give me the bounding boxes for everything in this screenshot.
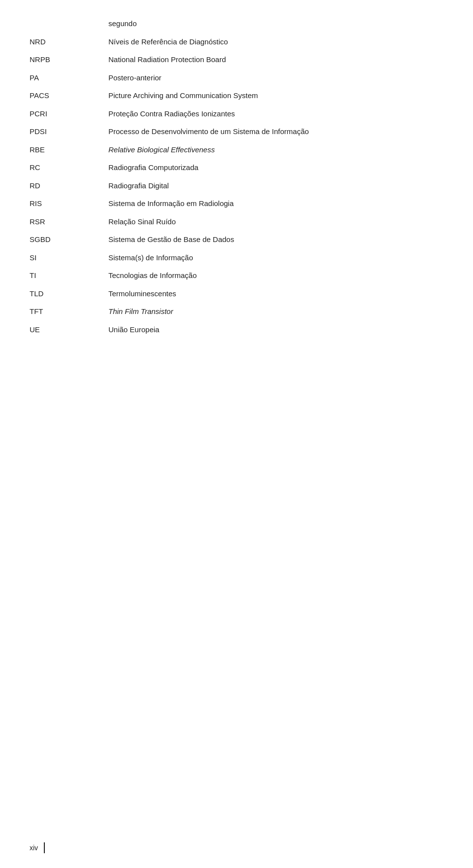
abbreviation-definition: Proteção Contra Radiações Ionizantes bbox=[108, 105, 443, 123]
list-item: PAPostero-anterior bbox=[30, 69, 443, 87]
list-item: RBERelative Biological Effectiveness bbox=[30, 141, 443, 159]
abbreviation-definition: National Radiation Protection Board bbox=[108, 51, 443, 69]
abbreviation-definition: Termoluminescentes bbox=[108, 285, 443, 303]
abbreviation-code: RIS bbox=[30, 195, 108, 213]
abbreviation-code: NRD bbox=[30, 33, 108, 51]
abbreviation-definition: Tecnologias de Informação bbox=[108, 267, 443, 285]
abbreviation-code: NRPB bbox=[30, 51, 108, 69]
list-item: NRDNíveis de Referência de Diagnóstico bbox=[30, 33, 443, 51]
abbreviation-code: TLD bbox=[30, 285, 108, 303]
abbreviation-code: PDSI bbox=[30, 123, 108, 141]
abbreviation-code bbox=[30, 15, 108, 33]
abbreviation-code: RBE bbox=[30, 141, 108, 159]
abbreviation-definition: Processo de Desenvolvimento de um Sistem… bbox=[108, 123, 443, 141]
abbreviation-code: TI bbox=[30, 267, 108, 285]
list-item: TITecnologias de Informação bbox=[30, 267, 443, 285]
list-item: RSRRelação Sinal Ruído bbox=[30, 213, 443, 231]
list-item: RDRadiografia Digital bbox=[30, 177, 443, 195]
list-item: UEUnião Europeia bbox=[30, 321, 443, 339]
abbreviation-code: PACS bbox=[30, 87, 108, 105]
abbreviation-code: UE bbox=[30, 321, 108, 339]
abbreviation-table: segundoNRDNíveis de Referência de Diagnó… bbox=[30, 15, 443, 339]
abbreviation-code: PA bbox=[30, 69, 108, 87]
list-item: segundo bbox=[30, 15, 443, 33]
abbreviation-definition: Níveis de Referência de Diagnóstico bbox=[108, 33, 443, 51]
list-item: PCRIProteção Contra Radiações Ionizantes bbox=[30, 105, 443, 123]
abbreviation-code: RSR bbox=[30, 213, 108, 231]
abbreviation-code: SGBD bbox=[30, 231, 108, 249]
abbreviation-code: RD bbox=[30, 177, 108, 195]
list-item: SISistema(s) de Informação bbox=[30, 249, 443, 267]
list-item: SGBDSistema de Gestão de Base de Dados bbox=[30, 231, 443, 249]
list-item: PDSIProcesso de Desenvolvimento de um Si… bbox=[30, 123, 443, 141]
list-item: RISSistema de Informação em Radiologia bbox=[30, 195, 443, 213]
abbreviation-definition: Postero-anterior bbox=[108, 69, 443, 87]
abbreviation-definition: Relative Biological Effectiveness bbox=[108, 141, 443, 159]
abbreviation-definition: segundo bbox=[108, 15, 443, 33]
abbreviation-definition: União Europeia bbox=[108, 321, 443, 339]
abbreviation-definition: Picture Archiving and Communication Syst… bbox=[108, 87, 443, 105]
list-item: RCRadiografia Computorizada bbox=[30, 159, 443, 177]
page-content: segundoNRDNíveis de Referência de Diagnó… bbox=[0, 0, 473, 378]
page-footer: xiv bbox=[30, 842, 45, 853]
list-item: NRPBNational Radiation Protection Board bbox=[30, 51, 443, 69]
abbreviation-definition: Sistema(s) de Informação bbox=[108, 249, 443, 267]
abbreviation-code: PCRI bbox=[30, 105, 108, 123]
list-item: TLDTermoluminescentes bbox=[30, 285, 443, 303]
abbreviation-definition: Sistema de Informação em Radiologia bbox=[108, 195, 443, 213]
abbreviation-definition: Radiografia Computorizada bbox=[108, 159, 443, 177]
list-item: PACSPicture Archiving and Communication … bbox=[30, 87, 443, 105]
abbreviation-definition: Thin Film Transistor bbox=[108, 303, 443, 321]
abbreviation-code: SI bbox=[30, 249, 108, 267]
abbreviation-code: RC bbox=[30, 159, 108, 177]
page-number: xiv bbox=[30, 844, 38, 852]
abbreviation-definition: Sistema de Gestão de Base de Dados bbox=[108, 231, 443, 249]
abbreviation-definition: Relação Sinal Ruído bbox=[108, 213, 443, 231]
abbreviation-code: TFT bbox=[30, 303, 108, 321]
list-item: TFTThin Film Transistor bbox=[30, 303, 443, 321]
footer-divider bbox=[44, 842, 45, 853]
abbreviation-definition: Radiografia Digital bbox=[108, 177, 443, 195]
